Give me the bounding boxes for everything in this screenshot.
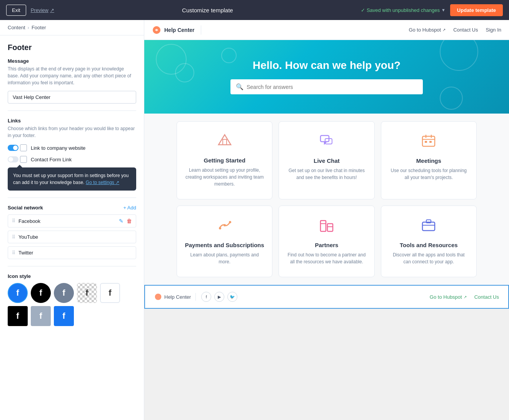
- toggle-website: [8, 144, 27, 151]
- add-social-button[interactable]: + Add: [123, 205, 136, 211]
- social-name-youtube: YouTube: [18, 234, 38, 240]
- hero-section: Hello. How can we help you? 🔍: [144, 40, 509, 114]
- panel-title: Footer: [8, 43, 136, 52]
- top-bar: Exit Preview ↗ Customize template ✓ Save…: [0, 0, 509, 20]
- exit-button[interactable]: Exit: [6, 5, 26, 16]
- svg-rect-10: [429, 141, 432, 143]
- footer-logo: Help Center: [154, 293, 196, 301]
- svg-rect-9: [425, 141, 427, 143]
- toggle-contact: [8, 156, 27, 163]
- social-item-twitter: ⠿ Twitter: [8, 246, 136, 259]
- nav-sign-in[interactable]: Sign In: [486, 27, 501, 33]
- tooltip-arrow: [17, 165, 22, 167]
- card-tools[interactable]: Tools and Resources Discover all the app…: [381, 206, 477, 277]
- icon-style-gray-square[interactable]: f: [31, 306, 51, 326]
- preview-button[interactable]: Preview ↗: [31, 7, 54, 13]
- svg-rect-2: [223, 139, 227, 145]
- icon-style-black-square[interactable]: f: [8, 306, 28, 326]
- card-desc-live-chat: Get set up on our live chat in minutes a…: [287, 167, 366, 181]
- external-link-icon: ↗: [50, 7, 54, 13]
- social-item-facebook: ⠿ Facebook ✎ 🗑: [8, 214, 136, 228]
- svg-rect-14: [320, 221, 326, 231]
- nav-contact-us[interactable]: Contact Us: [453, 27, 478, 33]
- icon-style-black-round[interactable]: f: [31, 283, 51, 303]
- card-live-chat[interactable]: Live Chat Get set up on our live chat in…: [279, 121, 374, 199]
- edit-facebook-icon[interactable]: ✎: [119, 218, 123, 224]
- divider-1: [8, 110, 136, 111]
- preview-wrapper: Help Center Go to Hubspot ↗ Contact Us S…: [144, 20, 509, 309]
- card-getting-started[interactable]: Getting Started Learn about setting up y…: [177, 121, 272, 199]
- external-link-icon-footer: ↗: [464, 295, 467, 299]
- card-icon-getting-started: [185, 133, 264, 152]
- link-row-contact: Contact Form Link: [8, 156, 136, 163]
- icon-style-blue-square[interactable]: f: [54, 306, 74, 326]
- icon-style-grid: f f f f f f f f: [8, 283, 136, 326]
- hc-nav: Help Center Go to Hubspot ↗ Contact Us S…: [144, 20, 509, 40]
- hubspot-icon: [152, 25, 161, 35]
- hc-nav-links: Go to Hubspot ↗ Contact Us Sign In: [409, 27, 501, 33]
- message-input[interactable]: [8, 91, 136, 104]
- svg-point-13: [229, 221, 231, 223]
- card-meetings[interactable]: Meetings Use our scheduling tools for pl…: [381, 121, 477, 199]
- footer-preview: Help Center f ▶ 🐦 Go to Hubspot ↗ Contac…: [144, 285, 509, 309]
- card-icon-partners: [287, 218, 366, 236]
- deco-circle-5: [221, 48, 237, 63]
- dropdown-arrow-icon[interactable]: ▼: [441, 8, 446, 12]
- delete-facebook-icon[interactable]: 🗑: [127, 218, 132, 224]
- deco-circle-2: [175, 63, 194, 82]
- message-desc: This displays at the end of every page i…: [8, 65, 136, 86]
- panel-content: Footer Message This displays at the end …: [0, 35, 144, 334]
- social-name-twitter: Twitter: [18, 250, 33, 256]
- icon-style-outline[interactable]: f: [100, 283, 120, 303]
- drag-handle-twitter[interactable]: ⠿: [12, 250, 15, 256]
- footer-links: Go to Hubspot ↗ Contact Us: [430, 294, 499, 300]
- social-title: Social network: [8, 205, 43, 211]
- top-bar-right: ✓ Saved with unpublished changes ▼ Updat…: [361, 4, 503, 16]
- nav-go-to-hubspot[interactable]: Go to Hubspot ↗: [409, 27, 446, 33]
- card-desc-payments: Learn about plans, payments and more.: [185, 251, 264, 265]
- footer-twitter-icon: 🐦: [227, 292, 237, 302]
- hc-logo: Help Center: [152, 25, 201, 35]
- deco-circle-4: [440, 87, 463, 110]
- svg-rect-15: [327, 224, 333, 231]
- divider-2: [8, 197, 136, 198]
- card-title-payments: Payments and Subscriptions: [185, 242, 264, 248]
- svg-point-11: [219, 227, 221, 229]
- card-title-getting-started: Getting Started: [185, 157, 264, 164]
- external-link-icon-nav: ↗: [442, 28, 446, 32]
- breadcrumb-content[interactable]: Content: [8, 25, 25, 30]
- tooltip-box: You must set up your support form in set…: [8, 167, 136, 191]
- update-template-button[interactable]: Update template: [450, 4, 503, 16]
- drag-handle-facebook[interactable]: ⠿: [12, 218, 15, 224]
- toggle-contact-switch[interactable]: [8, 156, 18, 162]
- card-desc-meetings: Use our scheduling tools for planning al…: [389, 167, 469, 181]
- card-desc-tools: Discover all the apps and tools that can…: [389, 251, 469, 265]
- card-partners[interactable]: Partners Find out how to become a partne…: [279, 206, 374, 277]
- link-contact-label: Contact Form Link: [31, 157, 72, 162]
- card-payments[interactable]: Payments and Subscriptions Learn about p…: [177, 206, 272, 277]
- tooltip-settings-link[interactable]: Go to settings ↗: [86, 180, 119, 185]
- icon-style-checker[interactable]: f: [77, 283, 97, 303]
- toggle-website-switch[interactable]: [8, 145, 18, 151]
- footer-contact-us[interactable]: Contact Us: [474, 294, 499, 300]
- breadcrumb-footer: Footer: [32, 25, 46, 30]
- card-title-tools: Tools and Resources: [389, 242, 469, 248]
- card-icon-meetings: [389, 133, 469, 152]
- search-input[interactable]: [247, 84, 417, 90]
- link-website-label: Link to company website: [31, 145, 85, 151]
- icon-style-gray-round[interactable]: f: [54, 283, 74, 303]
- link-row-website: Link to company website: [8, 144, 136, 151]
- footer-go-to-hubspot[interactable]: Go to Hubspot ↗: [430, 294, 467, 300]
- social-header: Social network + Add: [8, 205, 136, 211]
- icon-style-blue-round[interactable]: f: [8, 283, 28, 303]
- card-title-meetings: Meetings: [389, 157, 469, 164]
- toggle-website-check[interactable]: [20, 144, 27, 151]
- cards-grid: Getting Started Learn about setting up y…: [177, 121, 477, 277]
- toggle-contact-check[interactable]: [20, 156, 27, 163]
- drag-handle-youtube[interactable]: ⠿: [12, 234, 15, 240]
- links-desc: Choose which links from your header you …: [8, 125, 136, 139]
- svg-rect-18: [422, 222, 435, 231]
- social-name-facebook: Facebook: [18, 218, 40, 224]
- social-item-youtube: ⠿ YouTube: [8, 231, 136, 243]
- footer-social-icons: f ▶ 🐦: [201, 292, 237, 302]
